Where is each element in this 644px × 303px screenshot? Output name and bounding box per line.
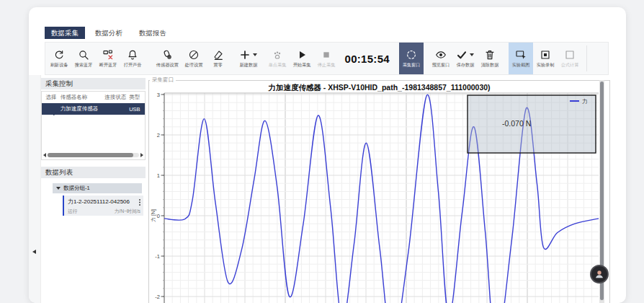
- capture-control-header: 采集控制: [41, 78, 146, 89]
- dial-icon: [188, 48, 200, 61]
- data-item-title: 力1-2-20251112-042506: [68, 198, 130, 206]
- sensor-table-header: 选择 传感器名称 连接状态 类型: [42, 92, 145, 103]
- svg-text:-1: -1: [155, 253, 160, 260]
- chart-area: 力加速度传感器 - XHSP-V10HID_path_-1981348857_1…: [148, 80, 610, 303]
- toolbar: 刷新设备搜索蓝牙断开蓝牙打开声音传感器设置处理设置置零新建数据单点采集开始采集停…: [45, 42, 609, 75]
- toolbar-button-label: 传感器设置: [156, 62, 179, 69]
- toolbar-spacer: [591, 43, 607, 74]
- toolbar-button-save-data[interactable]: 保存数据: [453, 43, 478, 74]
- sensor-table: 选择 传感器名称 连接状态 类型 力加速度传感器 USB: [41, 91, 146, 160]
- sidebar-collapse-rail[interactable]: [29, 75, 41, 303]
- tab-data-report[interactable]: 数据报告: [133, 27, 173, 39]
- toolbar-button-zero[interactable]: 置零: [206, 43, 231, 74]
- dropdown-caret-icon[interactable]: [253, 53, 257, 56]
- left-panel: 采集控制 选择 传感器名称 连接状态 类型 力加速度传感器 USB 数据列表: [41, 76, 146, 303]
- sensor-name: 力加速度传感器: [61, 105, 102, 113]
- play-icon: [296, 48, 308, 61]
- person-icon: [594, 268, 605, 280]
- measurement-annotation: -0.070 N: [502, 119, 531, 128]
- svg-text:-2: -2: [155, 294, 160, 300]
- eraser-icon: [213, 48, 224, 61]
- toolbar-button-label: 公式计算: [561, 62, 579, 69]
- toolbar-button-search-bluetooth[interactable]: 搜索蓝牙: [71, 43, 96, 74]
- search-icon: [78, 48, 89, 61]
- col-sensor-name: 传感器名称: [61, 94, 102, 101]
- paw-icon: [272, 48, 283, 61]
- plus-icon: [239, 48, 257, 61]
- toolbar-button-label: 停止采集: [317, 62, 335, 69]
- trash-icon: [484, 48, 496, 61]
- timer-display: 00:15:54: [345, 53, 390, 65]
- item-menu-icon[interactable]: [139, 199, 140, 201]
- data-item-axes: 力/N~时间/s: [115, 208, 140, 215]
- toolbar-button-stop[interactable]: 停止采集: [314, 43, 339, 74]
- refresh-icon: [53, 48, 65, 61]
- col-connection-status: 连接状态: [102, 94, 129, 101]
- data-item-state: 运行: [68, 208, 78, 215]
- toolbar-button-label: 预览窗口: [432, 62, 450, 69]
- toolbar-button-label: 处理设置: [184, 62, 202, 69]
- formula-icon: [564, 48, 576, 61]
- data-group-row[interactable]: 数据分组-1: [53, 183, 142, 193]
- toolbar-button-label: 实验录制: [537, 62, 555, 69]
- y-axis-ticks: 3210-1-2: [155, 92, 164, 300]
- toolbar-button-exp-record[interactable]: 实验录制: [533, 43, 558, 74]
- check-icon: [456, 48, 474, 61]
- toolbar-button-label: 保存数据: [457, 62, 475, 69]
- toolbar-button-process-settings[interactable]: 处理设置: [182, 43, 206, 74]
- toolbar-button-label: 清除数据: [481, 62, 499, 69]
- tab-data-analysis[interactable]: 数据分析: [89, 27, 129, 39]
- scroll-right-icon[interactable]: [140, 153, 143, 157]
- toolbar-button-label: 置零: [213, 62, 222, 69]
- tab-data-capture[interactable]: 数据采集: [45, 27, 85, 39]
- data-list-item[interactable]: 力1-2-20251112-042506 运行 力/N~时间/s: [63, 196, 143, 216]
- toolbar-button-label: 开始采集: [292, 62, 310, 69]
- data-group-label: 数据分组-1: [63, 185, 90, 192]
- toolbar-button-exp-screenshot[interactable]: 实验截图: [509, 43, 533, 74]
- chart-title: 力加速度传感器 - XHSP-V10HID_path_-1981348857_1…: [149, 83, 609, 93]
- stop-icon: [321, 48, 332, 61]
- svg-text:2: 2: [157, 132, 160, 139]
- app-window: 数据采集 数据分析 数据报告 刷新设备搜索蓝牙断开蓝牙打开声音传感器设置处理设置…: [29, 7, 626, 303]
- sensor-row[interactable]: 力加速度传感器 USB: [42, 103, 145, 115]
- collapse-left-icon[interactable]: [32, 250, 36, 254]
- bt-disconnect-icon: [102, 48, 114, 61]
- dropdown-caret-icon[interactable]: [470, 53, 474, 56]
- toolbar-button-formula-calc[interactable]: 公式计算: [558, 43, 582, 74]
- toolbar-button-label: 采集窗口: [403, 62, 421, 69]
- record-icon: [540, 48, 551, 61]
- assistant-avatar-button[interactable]: [590, 265, 609, 284]
- toolbar-button-label: 刷新设备: [50, 62, 68, 69]
- toolbar-button-sensor-settings[interactable]: 传感器设置: [153, 43, 182, 74]
- col-select: 选择: [42, 94, 61, 101]
- screenshot-icon: [515, 48, 527, 61]
- toolbar-button-label: 断开蓝牙: [99, 62, 117, 69]
- bell-icon: [127, 48, 138, 61]
- toolbar-separator: [586, 45, 587, 71]
- expand-arrow-icon[interactable]: [56, 187, 61, 190]
- toolbar-button-label: 新建数据: [239, 62, 257, 69]
- sensor-type: USB: [129, 106, 145, 113]
- eye-icon: [435, 48, 447, 61]
- toolbar-button-preview-window[interactable]: 预览窗口: [429, 43, 453, 74]
- col-type: 类型: [129, 94, 145, 101]
- sensor-icon: [161, 48, 173, 61]
- toolbar-button-label: 实验截图: [512, 62, 530, 69]
- toolbar-button-new-data[interactable]: 新建数据: [236, 43, 261, 74]
- toolbar-button-capture-window[interactable]: 采集窗口: [399, 43, 424, 74]
- toolbar-button-single-point[interactable]: 单点采集: [265, 43, 290, 74]
- toolbar-button-sound[interactable]: 打开声音: [120, 43, 145, 74]
- dashed-circle-icon: [406, 48, 417, 61]
- toolbar-button-start[interactable]: 开始采集: [290, 43, 314, 74]
- toolbar-button-refresh-device[interactable]: 刷新设备: [47, 43, 71, 74]
- toolbar-button-clear-data[interactable]: 清除数据: [478, 43, 502, 74]
- chart-plot[interactable]: 3210-1-2 -0.070 N 力 力 [N]: [149, 81, 611, 303]
- svg-text:1: 1: [157, 172, 160, 179]
- main-tabs: 数据采集 数据分析 数据报告: [45, 27, 173, 39]
- scroll-left-icon[interactable]: [43, 153, 46, 157]
- sensor-table-hscrollbar[interactable]: [43, 152, 143, 158]
- toolbar-button-disconnect-bluetooth[interactable]: 断开蓝牙: [96, 43, 120, 74]
- data-list-header: 数据列表: [41, 167, 146, 178]
- hscroll-thumb[interactable]: [48, 153, 133, 157]
- selection-rectangle[interactable]: [468, 95, 596, 153]
